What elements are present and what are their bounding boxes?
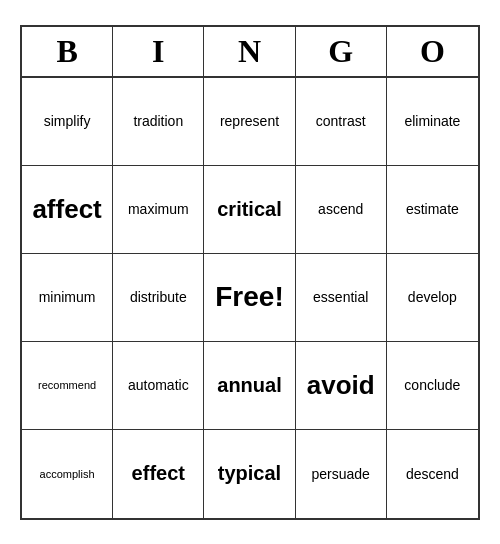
bingo-cell: critical xyxy=(204,166,295,254)
bingo-cell: recommend xyxy=(22,342,113,430)
bingo-cell: simplify xyxy=(22,78,113,166)
header-letter: B xyxy=(22,27,113,76)
bingo-cell: persuade xyxy=(296,430,387,518)
bingo-card: BINGO simplifytraditionrepresentcontrast… xyxy=(20,25,480,520)
bingo-cell: represent xyxy=(204,78,295,166)
bingo-cell: automatic xyxy=(113,342,204,430)
bingo-cell: effect xyxy=(113,430,204,518)
bingo-cell: typical xyxy=(204,430,295,518)
bingo-cell: eliminate xyxy=(387,78,478,166)
bingo-cell: estimate xyxy=(387,166,478,254)
header-letter: N xyxy=(204,27,295,76)
bingo-grid: simplifytraditionrepresentcontrastelimin… xyxy=(22,78,478,518)
bingo-cell: develop xyxy=(387,254,478,342)
bingo-header: BINGO xyxy=(22,27,478,78)
bingo-cell: affect xyxy=(22,166,113,254)
bingo-cell: tradition xyxy=(113,78,204,166)
bingo-cell: ascend xyxy=(296,166,387,254)
bingo-cell: annual xyxy=(204,342,295,430)
header-letter: I xyxy=(113,27,204,76)
bingo-cell: maximum xyxy=(113,166,204,254)
bingo-cell: Free! xyxy=(204,254,295,342)
bingo-cell: essential xyxy=(296,254,387,342)
bingo-cell: conclude xyxy=(387,342,478,430)
bingo-cell: distribute xyxy=(113,254,204,342)
bingo-cell: accomplish xyxy=(22,430,113,518)
bingo-cell: minimum xyxy=(22,254,113,342)
header-letter: O xyxy=(387,27,478,76)
bingo-cell: avoid xyxy=(296,342,387,430)
bingo-cell: contrast xyxy=(296,78,387,166)
header-letter: G xyxy=(296,27,387,76)
bingo-cell: descend xyxy=(387,430,478,518)
